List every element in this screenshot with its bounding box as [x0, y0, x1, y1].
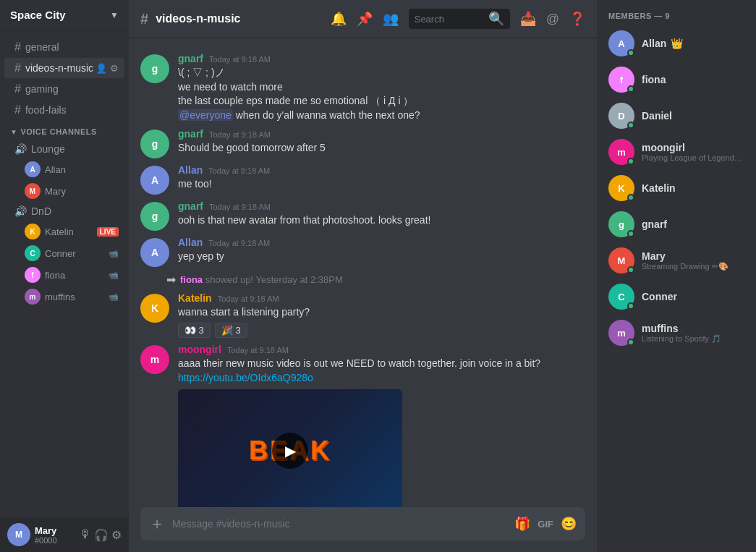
sidebar-item-general[interactable]: # general [4, 37, 124, 57]
current-user-tag: #0000 [35, 536, 75, 545]
voice-channel-name-label: Lounge [31, 143, 65, 155]
reaction-party[interactable]: 🎉 3 [215, 323, 247, 338]
system-text: fiona showed up! Yesterday at 2:38PM [180, 274, 343, 285]
message-author[interactable]: Allan [178, 237, 203, 248]
video-thumbnail[interactable]: BEAK ▶ [178, 389, 402, 507]
sidebar-item-food-fails[interactable]: # food-fails [4, 100, 124, 120]
status-dot [627, 266, 634, 273]
status-dot [627, 158, 634, 165]
emoji-icon[interactable]: 😊 [561, 516, 577, 532]
help-icon[interactable]: ❓ [569, 11, 585, 27]
channel-title: videos-n-music [156, 12, 240, 25]
server-header[interactable]: Space City ▼ [0, 0, 129, 30]
channel-hash-icon: # [140, 11, 148, 27]
system-message-showed-up: ➡ fiona showed up! Yesterday at 2:38PM [129, 270, 597, 289]
members-sidebar: MEMBERS — 9 A Allan 👑 f fiona D Daniel [597, 0, 756, 552]
hash-icon: # [14, 61, 21, 75]
play-button[interactable]: ▶ [272, 433, 308, 469]
message-author[interactable]: gnarf [178, 128, 203, 140]
mention-tag[interactable]: @everyone [178, 109, 233, 121]
settings-icon[interactable]: ⚙ [110, 63, 119, 74]
avatar: A [140, 238, 169, 267]
video-link[interactable]: https://youtu.be/OIdx6aQ928o [178, 372, 313, 383]
member-item-daniel[interactable]: D Daniel [603, 98, 750, 133]
table-row: A Allan Today at 9:18 AM me too! [129, 161, 597, 198]
member-status-text: Listening to Spotify 🎵 [642, 334, 744, 344]
message-content: gnarf Today at 9:18 AM Should be good to… [178, 128, 585, 156]
member-status-text: Streaming Drawing ✏🎨 [642, 262, 744, 271]
channel-name: gaming [25, 83, 59, 95]
voice-user-muffins[interactable]: m muffins 📹 [4, 286, 124, 307]
voice-user-mary[interactable]: M Mary [4, 181, 124, 201]
channel-name: videos-n-music [25, 62, 93, 74]
table-row: K Katelin Today at 9:18 AM wanna start a… [129, 289, 597, 341]
member-item-fiona[interactable]: f fiona [603, 62, 750, 97]
server-sidebar: Space City ▼ # general # videos-n-music … [0, 0, 129, 552]
member-item-katelin[interactable]: K Katelin [603, 171, 750, 205]
pin-icon[interactable]: 📌 [357, 11, 373, 27]
search-box[interactable]: 🔍 [409, 9, 510, 29]
inbox-icon[interactable]: 📥 [520, 11, 536, 27]
message-timestamp: Today at 9:18 AM [208, 166, 270, 175]
mention-icon[interactable]: @ [546, 12, 559, 27]
message-timestamp: Today at 9:18 AM [227, 346, 289, 354]
hash-icon: # [14, 41, 21, 54]
reaction-eyes[interactable]: 👀 3 [178, 323, 211, 338]
microphone-icon[interactable]: 🎙 [80, 528, 91, 542]
search-input[interactable] [415, 14, 484, 25]
status-dot [627, 339, 634, 346]
voice-section-label: VOICE CHANNELS [20, 127, 96, 136]
message-author[interactable]: Katelin [178, 292, 212, 304]
member-info: fiona [642, 74, 744, 85]
member-info: muffins Listening to Spotify 🎵 [642, 323, 744, 344]
voice-user-conner[interactable]: C Conner 📹 [4, 243, 124, 263]
avatar: g [140, 202, 169, 231]
message-timestamp: Today at 9:18 AM [209, 55, 271, 64]
table-row: g gnarf Today at 9:18 AM \( ; ▽ ; )ノ we … [129, 50, 597, 125]
member-item-allan[interactable]: A Allan 👑 [603, 26, 750, 61]
avatar: M [25, 183, 41, 199]
notification-bell-icon[interactable]: 🔔 [331, 11, 347, 27]
table-row: A Allan Today at 9:18 AM yep yep ty [129, 234, 597, 270]
message-author[interactable]: Allan [178, 164, 203, 176]
message-text: me too! [178, 177, 585, 192]
voice-user-katelin[interactable]: K Katelin LIVE [4, 221, 124, 242]
add-attachment-button[interactable]: ＋ [149, 513, 165, 535]
message-author[interactable]: gnarf [178, 53, 203, 64]
voice-user-allan[interactable]: A Allan [4, 159, 124, 179]
status-dot [627, 230, 634, 237]
message-input[interactable] [172, 518, 507, 530]
voice-channels-header[interactable]: ▼ VOICE CHANNELS [0, 124, 129, 140]
voice-channel-lounge[interactable]: 🔊 Lounge [4, 140, 124, 158]
member-item-mary[interactable]: M Mary Streaming Drawing ✏🎨 [603, 243, 750, 278]
headphones-icon[interactable]: 🎧 [94, 528, 109, 542]
gift-icon[interactable]: 🎁 [514, 516, 530, 532]
member-name: gnarf [642, 218, 744, 230]
message-timestamp: Today at 9:18 AM [209, 130, 271, 139]
sidebar-item-gaming[interactable]: # gaming [4, 79, 124, 99]
member-item-conner[interactable]: C Conner [603, 279, 750, 314]
voice-user-fiona[interactable]: f fiona 📹 [4, 265, 124, 285]
gif-icon[interactable]: GIF [538, 519, 553, 530]
server-name: Space City [10, 9, 66, 21]
member-info: gnarf [642, 218, 744, 230]
message-author[interactable]: gnarf [178, 200, 203, 212]
message-author[interactable]: moongirl [178, 344, 221, 355]
voice-channel-dnd[interactable]: 🔊 DnD [4, 203, 124, 220]
speaker-icon: 🔊 [14, 205, 27, 217]
video-icon: 📹 [109, 249, 119, 258]
member-info: Katelin [642, 182, 744, 194]
video-icon: 📹 [109, 271, 119, 280]
member-item-gnarf[interactable]: g gnarf [603, 207, 750, 242]
message-text: yep yep ty [178, 250, 585, 264]
settings-icon[interactable]: ⚙ [111, 528, 122, 542]
sidebar-item-videos-n-music[interactable]: # videos-n-music 👤 ⚙ [4, 58, 124, 78]
member-item-muffins[interactable]: m muffins Listening to Spotify 🎵 [603, 315, 750, 350]
voice-channel-name-label: DnD [31, 205, 51, 217]
channel-list: # general # videos-n-music 👤 ⚙ # gaming … [0, 30, 129, 124]
member-item-moongirl[interactable]: m moongirl Playing League of Legends 🎮 [603, 135, 750, 169]
message-input-area: ＋ 🎁 GIF 😊 [129, 507, 597, 552]
username: Conner [45, 248, 109, 259]
add-member-icon[interactable]: 👤 [95, 63, 107, 74]
members-icon[interactable]: 👥 [383, 11, 399, 27]
